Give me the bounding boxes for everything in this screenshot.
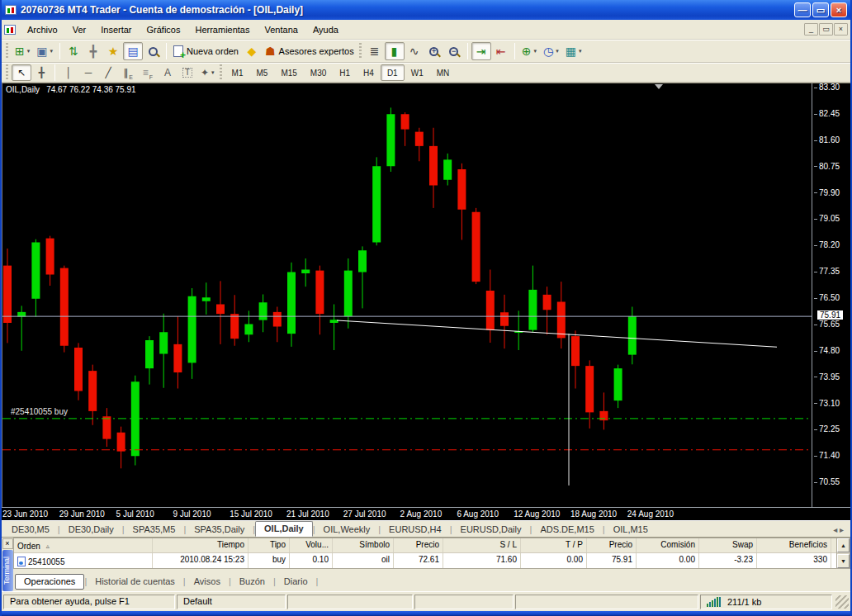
mdi-close-icon[interactable]: × [834, 23, 848, 36]
templates-button[interactable]: ▦ [562, 42, 585, 60]
column-header-precio[interactable]: Precio [394, 538, 443, 552]
column-header-simbolo[interactable]: Símbolo [333, 538, 394, 552]
chart-tab-spa35-m5[interactable]: SPA35,M5 [125, 523, 184, 537]
terminal-tab-avisos[interactable]: Avisos [186, 575, 229, 589]
menu-item-ayuda[interactable]: Ayuda [305, 22, 346, 37]
toolbar-drag-handle[interactable] [359, 43, 362, 59]
strategy-tester-button[interactable] [143, 42, 163, 60]
arrows-tool-button[interactable]: ✦ [197, 64, 218, 81]
terminal-tab-diario[interactable]: Diario [276, 575, 316, 589]
terminal-tab-operaciones[interactable]: Operaciones [15, 574, 84, 590]
chart-tab-eurusd-h4[interactable]: EURUSD,H4 [381, 523, 450, 537]
menu-item-insertar[interactable]: Insertar [93, 22, 139, 37]
timeframe-m1[interactable]: M1 [225, 64, 250, 81]
timeframe-h4[interactable]: H4 [357, 64, 381, 81]
timeframe-d1[interactable]: D1 [381, 64, 405, 81]
mdi-restore-icon[interactable]: ▭ [819, 23, 833, 36]
candle-body [457, 169, 466, 210]
resize-grip[interactable] [835, 595, 849, 609]
profiles-button[interactable]: ▣ [33, 42, 56, 60]
candle-body [145, 340, 154, 368]
candle-body [3, 266, 12, 323]
scroll-up-icon[interactable]: ▲ [837, 538, 850, 552]
column-header-precio[interactable]: Precio [587, 538, 637, 552]
text-button[interactable]: A [158, 64, 178, 81]
column-header-tiempo[interactable]: Tiempo [153, 538, 248, 552]
zoom-out-button[interactable]: − [444, 42, 464, 60]
indicators-button[interactable]: ⊕ [518, 42, 540, 60]
market-watch-button[interactable]: ⇅ [64, 42, 83, 60]
timeframe-mn[interactable]: MN [430, 64, 457, 81]
timeframe-m30[interactable]: M30 [304, 64, 333, 81]
menu-item-archivo[interactable]: Archivo [20, 22, 65, 37]
text-label-button[interactable]: T [178, 64, 197, 81]
terminal-tab-historial-de-cuentas[interactable]: Historial de cuentas [87, 575, 183, 589]
minimize-icon[interactable]: — [794, 2, 811, 17]
column-header-volu[interactable]: Volu... [290, 538, 333, 552]
toolbar-drag-handle[interactable] [6, 43, 8, 59]
chart-shift-marker[interactable] [655, 84, 663, 89]
candlestick-chart-button[interactable]: ▮ [385, 42, 405, 60]
new-chart-button[interactable]: ⊞ [12, 42, 33, 60]
column-header-orden[interactable]: Orden▵ [14, 538, 153, 552]
equidistant-channel-button[interactable]: ∥E [118, 64, 138, 81]
column-header-tipo[interactable]: Tipo [248, 538, 290, 552]
menu-item-herramientas[interactable]: Herramientas [187, 22, 257, 37]
toolbar-drag-handle[interactable] [6, 64, 8, 81]
timeframe-m5[interactable]: M5 [249, 64, 274, 81]
periods-button[interactable]: ◷ [540, 42, 562, 60]
new-order-icon [173, 45, 183, 57]
timeframe-m15[interactable]: M15 [274, 64, 303, 81]
new-order-button[interactable]: Nueva orden [170, 42, 242, 60]
chart-tab-oil-weekly[interactable]: OIL,Weekly [315, 523, 379, 537]
menu-item-ventana[interactable]: Ventana [258, 22, 305, 37]
chart-tab-spa35-daily[interactable]: SPA35,Daily [186, 523, 253, 537]
close-icon[interactable]: × [831, 2, 847, 17]
crosshair-button[interactable]: ╋ [31, 64, 51, 81]
maximize-icon[interactable]: ▭ [812, 2, 829, 17]
terminal-close-icon[interactable]: × [2, 538, 13, 549]
horizontal-line-button[interactable]: ─ [78, 64, 98, 81]
mdi-minimize-icon[interactable]: _ [804, 23, 818, 36]
chart-tab-oil-daily[interactable]: OIL,Daily [255, 521, 313, 537]
bar-chart-button[interactable]: ≣ [365, 42, 385, 60]
timeframe-w1[interactable]: W1 [405, 64, 430, 81]
zoom-in-button[interactable]: + [424, 42, 444, 60]
chart-window-icon[interactable] [4, 25, 16, 35]
column-header-swap[interactable]: Swap [699, 538, 757, 552]
menu-item-graficos[interactable]: Gráficos [140, 22, 188, 37]
chart-tab-oil-m15[interactable]: OIL,M15 [605, 523, 656, 537]
trend-line-button[interactable]: ╱ [98, 64, 118, 81]
chart-tab-scroll-icons[interactable]: ◂ ▸ [828, 524, 849, 537]
auto-scroll-button[interactable]: ⇥ [471, 42, 491, 60]
chart-tab-ads-de-m15[interactable]: ADS.DE,M15 [532, 523, 602, 537]
column-header-beneficios[interactable]: Beneficios [757, 538, 831, 552]
candle-body [415, 132, 424, 146]
metaeditor-button[interactable]: ◆ [242, 42, 262, 60]
chart-shift-button[interactable]: ⇤ [491, 42, 511, 60]
menu-item-ver[interactable]: Ver [65, 22, 94, 37]
terminal-tab-buzon[interactable]: Buzón [231, 575, 273, 589]
candle-body [500, 312, 509, 326]
chart-tab-eurusd-daily[interactable]: EURUSD,Daily [452, 523, 530, 537]
line-chart-button[interactable]: ∿ [405, 42, 424, 60]
table-row[interactable]: 254100552010.08.24 15:23buy0.10oil72.617… [14, 553, 836, 568]
column-header-s-l[interactable]: S / L [443, 538, 521, 552]
navigator-button[interactable]: ★ [103, 42, 123, 60]
vertical-line-button[interactable]: │ [59, 64, 78, 81]
expert-advisors-button[interactable]: ☗Asesores expertos [262, 42, 357, 60]
toolbar-drag-handle[interactable] [220, 64, 222, 81]
table-scrollbar[interactable]: ▲ ▼ [836, 538, 850, 568]
data-window-button[interactable]: ╋ [83, 42, 103, 60]
terminal-button[interactable]: ▤ [123, 42, 143, 60]
chart-tab-de30-m5[interactable]: DE30,M5 [3, 523, 58, 537]
cursor-button[interactable]: ↖ [12, 64, 31, 81]
column-header-t-p[interactable]: T / P [521, 538, 587, 552]
fibonacci-button[interactable]: ≡F [138, 64, 158, 81]
chart-area[interactable]: OIL,Daily74.67 76.22 74.36 75.91 #254100… [2, 83, 812, 507]
scroll-down-icon[interactable]: ▼ [837, 554, 850, 568]
column-header-comision[interactable]: Comisión [637, 538, 699, 552]
timeframe-h1[interactable]: H1 [333, 64, 357, 81]
chart-tab-de30-daily[interactable]: DE30,Daily [60, 523, 122, 537]
terminal-caption[interactable]: Terminal [2, 550, 13, 591]
